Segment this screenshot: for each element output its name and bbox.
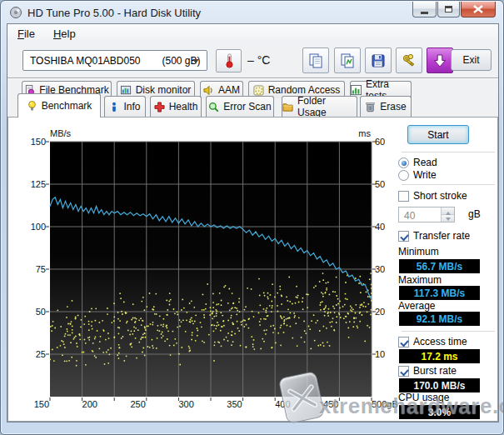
menu-help[interactable]: Help <box>45 26 84 42</box>
maximum-value: 117.3 MB/s <box>399 286 480 300</box>
maximize-icon <box>445 6 452 12</box>
spinner-down-icon[interactable] <box>442 215 454 222</box>
right-axis-title: ms <box>346 128 371 138</box>
close-button[interactable] <box>461 2 496 18</box>
extra-tests-icon <box>351 85 362 96</box>
capture-icon <box>432 52 448 69</box>
menu-file[interactable]: File <box>9 26 43 42</box>
burst-rate-label: Burst rate <box>413 365 457 377</box>
access-time-label: Access time <box>413 336 467 348</box>
tab-info[interactable]: Info <box>104 96 146 117</box>
save-icon <box>370 52 387 69</box>
disk-monitor-icon <box>121 85 132 96</box>
hd-tune-window: HD Tune Pro 5.00 - Hard Disk Utility Fil… <box>0 0 504 435</box>
write-radio[interactable] <box>398 170 409 181</box>
minimum-label: Minimum <box>398 246 439 258</box>
drive-select-value: TOSHIBA MQ01ABD050 <box>30 55 141 67</box>
info-icon <box>109 102 119 112</box>
save-button[interactable] <box>365 48 392 73</box>
copy-icon <box>307 52 324 69</box>
short-stroke-value: 40 <box>404 210 415 222</box>
read-radio[interactable] <box>398 158 409 168</box>
minimum-value: 56.7 MB/s <box>399 259 480 273</box>
menubar: File Help <box>7 24 498 43</box>
options-icon <box>401 52 417 69</box>
temperature-button[interactable] <box>216 49 242 72</box>
access-time-value: 17.2 ms <box>399 349 480 363</box>
capture-button[interactable] <box>427 48 453 73</box>
titlebar[interactable]: HD Tune Pro 5.00 - Hard Disk Utility <box>1 1 503 24</box>
x-axis-ticks: 050100150200250300350400450500gB <box>50 399 372 411</box>
tab-folder-usage[interactable]: Folder Usage <box>282 96 357 117</box>
magnifier-icon <box>208 102 219 112</box>
write-label: Write <box>413 169 437 181</box>
start-button[interactable]: Start <box>407 125 469 144</box>
copy-button[interactable] <box>302 48 329 73</box>
options-button[interactable] <box>396 48 422 73</box>
average-label: Average <box>398 300 435 312</box>
plot-svg <box>50 142 372 397</box>
folder-icon <box>282 102 293 112</box>
minimize-button[interactable] <box>412 2 437 18</box>
read-label: Read <box>413 157 437 168</box>
window-title: HD Tune Pro 5.00 - Hard Disk Utility <box>27 7 201 19</box>
spinner-up-icon[interactable] <box>442 208 454 215</box>
drive-select[interactable]: TOSHIBA MQ01ABD050 (500 gB) <box>22 50 207 71</box>
tab-erase[interactable]: Erase <box>360 96 412 117</box>
cpu-usage-label: CPU usage <box>398 392 449 403</box>
burst-rate-checkbox[interactable] <box>398 366 409 377</box>
toolbar-separator <box>7 78 498 79</box>
speaker-icon <box>203 85 214 96</box>
close-icon <box>473 5 483 13</box>
maximize-button[interactable] <box>437 2 460 18</box>
benchmark-icon <box>27 100 37 112</box>
copy-image-icon <box>339 52 356 69</box>
panel-separator-1 <box>402 152 495 152</box>
health-cross-icon <box>154 102 165 112</box>
maximum-label: Maximum <box>398 274 442 286</box>
tab-error-scan[interactable]: Error Scan <box>206 96 274 117</box>
temperature-value: – °C <box>247 53 270 67</box>
panel-separator-3 <box>402 331 495 332</box>
short-stroke-checkbox[interactable] <box>398 191 409 202</box>
left-axis-title: MB/s <box>50 128 71 138</box>
spinner-arrows[interactable] <box>441 208 454 222</box>
short-stroke-spinner[interactable]: 40 <box>398 207 455 222</box>
app-icon <box>9 6 22 19</box>
minimize-icon <box>421 12 428 14</box>
average-value: 92.1 MB/s <box>399 312 480 326</box>
transfer-rate-checkbox[interactable] <box>398 231 409 242</box>
random-access-icon <box>253 85 264 96</box>
burst-rate-value: 170.0 MB/s <box>399 378 480 392</box>
left-axis-ticks: 150125100755025 <box>21 142 46 397</box>
exit-button[interactable]: Exit <box>451 49 492 71</box>
cpu-usage-value: 3.0% <box>399 405 480 419</box>
short-stroke-unit: gB <box>468 208 481 220</box>
transfer-rate-label: Transfer rate <box>413 230 470 242</box>
right-axis-ticks: 605040302010 <box>375 142 397 397</box>
tab-benchmark[interactable]: Benchmark <box>17 93 101 118</box>
tab-health[interactable]: Health <box>150 96 202 117</box>
chevron-down-icon <box>192 59 199 67</box>
short-stroke-label: Short stroke <box>413 190 467 202</box>
panel-separator-2 <box>402 184 495 185</box>
benchmark-plot <box>50 142 372 397</box>
access-time-checkbox[interactable] <box>398 337 409 348</box>
trash-icon <box>365 102 376 112</box>
copy-image-button[interactable] <box>334 48 361 73</box>
thermometer-icon <box>222 52 237 70</box>
